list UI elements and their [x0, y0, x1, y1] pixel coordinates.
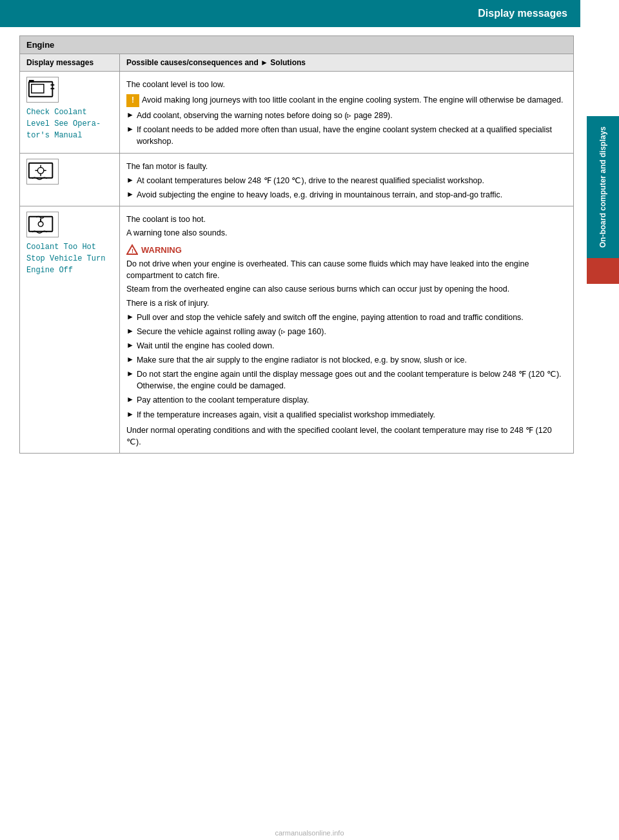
- hot-bullet-text-2: Secure the vehicle against rolling away …: [137, 326, 326, 337]
- hot-coolant-label: Coolant Too HotStop Vehicle TurnEngine O…: [26, 241, 113, 276]
- fan-bullet-1: ► At coolant temperatures below 248 ℉ (1…: [126, 175, 567, 186]
- coolant-warning-text: Avoid making long journeys with too litt…: [142, 94, 563, 106]
- arrow-icon-11: ►: [126, 409, 134, 420]
- arrow-icon-2: ►: [126, 124, 134, 135]
- warning-text-label: WARNING: [141, 245, 182, 255]
- hot-bullet-5: ► Do not start the engine again until th…: [126, 368, 567, 392]
- fan-bullet-text-1: At coolant temperatures below 248 ℉ (120…: [137, 175, 484, 186]
- table-row: The fan motor is faulty. ► At coolant te…: [20, 153, 574, 206]
- hot-intro2: A warning tone also sounds.: [126, 227, 567, 239]
- coolant-bullet-1: ► Add coolant, observing the warning not…: [126, 110, 567, 121]
- coolant-warning-line: ! Avoid making long journeys with too li…: [126, 94, 567, 107]
- table-row: Check CoolantLevel See Opera-tor's Manua…: [20, 72, 574, 154]
- fan-svg: [27, 160, 58, 183]
- coolant-bullet-2: ► If coolant needs to be added more ofte…: [126, 124, 567, 147]
- arrow-icon-1: ►: [126, 110, 134, 121]
- svg-rect-4: [29, 80, 34, 83]
- fan-bullet-text-2: Avoid subjecting the engine to heavy loa…: [137, 189, 502, 201]
- sidebar-tab: On-board computer and displays: [587, 116, 619, 258]
- col-header-row: Display messages Possible causes/consequ…: [20, 54, 574, 72]
- hot-bullet-text-6: Pay attention to the coolant temperature…: [137, 394, 309, 406]
- hot-footer: Under normal operating conditions and wi…: [126, 425, 567, 448]
- hot-bullet-text-3: Wait until the engine has cooled down.: [137, 340, 275, 352]
- sidebar-red-block: [587, 258, 619, 284]
- hot-bullet-4: ► Make sure that the air supply to the e…: [126, 354, 567, 366]
- warning-heading: ! WARNING: [126, 244, 567, 255]
- right-sidebar: On-board computer and displays: [580, 0, 619, 840]
- coolant-bullet-text-1: Add coolant, observing the warning notes…: [137, 110, 393, 121]
- header-bar: Display messages: [0, 0, 619, 27]
- engine-table: Engine Display messages Possible causes/…: [19, 35, 574, 454]
- engine-section-title: Engine: [20, 36, 574, 54]
- arrow-icon-9: ►: [126, 368, 134, 379]
- coolant-intro: The coolant level is too low.: [126, 79, 567, 90]
- svg-text:!: !: [132, 248, 133, 254]
- steam-warning: Steam from the overheated engine can als…: [126, 283, 567, 295]
- table-row: Coolant Too HotStop Vehicle TurnEngine O…: [20, 206, 574, 453]
- causes-cell-2: The fan motor is faulty. ► At coolant te…: [120, 153, 574, 206]
- hot-bullet-text-1: Pull over and stop the vehicle safely an…: [137, 312, 524, 323]
- svg-point-12: [38, 221, 43, 226]
- hot-bullet-2: ► Secure the vehicle against rolling awa…: [126, 326, 567, 337]
- arrow-icon-10: ►: [126, 394, 134, 405]
- fan-motor-icon: [26, 159, 59, 185]
- main-content: Engine Display messages Possible causes/…: [19, 35, 574, 827]
- fan-intro: The fan motor is faulty.: [126, 161, 567, 172]
- sidebar-tab-label: On-board computer and displays: [598, 126, 607, 248]
- arrow-icon-5: ►: [126, 312, 134, 323]
- svg-point-6: [37, 168, 44, 174]
- hot-bullet-text-4: Make sure that the air supply to the eng…: [137, 354, 467, 366]
- engine-header-row: Engine: [20, 36, 574, 54]
- hot-bullet-text-7: If the temperature increases again, visi…: [137, 409, 435, 421]
- arrow-icon-6: ►: [126, 326, 134, 337]
- hot-coolant-svg: [27, 214, 58, 236]
- col1-header: Display messages: [20, 54, 120, 72]
- header-title: Display messages: [478, 8, 567, 19]
- arrow-icon-7: ►: [126, 340, 134, 351]
- display-msg-cell-3: Coolant Too HotStop Vehicle TurnEngine O…: [20, 206, 120, 453]
- coolant-hot-icon: [26, 212, 59, 237]
- hot-bullet-7: ► If the temperature increases again, vi…: [126, 409, 567, 421]
- warning-bang-icon: !: [126, 94, 139, 107]
- hot-bullet-1: ► Pull over and stop the vehicle safely …: [126, 312, 567, 323]
- hot-intro: The coolant is too hot.: [126, 214, 567, 225]
- display-msg-cell-1: Check CoolantLevel See Opera-tor's Manua…: [20, 72, 120, 154]
- causes-cell-3: The coolant is too hot. A warning tone a…: [120, 206, 574, 453]
- warning-body: Do not drive when your engine is overhea…: [126, 258, 567, 281]
- hot-bullet-3: ► Wait until the engine has cooled down.: [126, 340, 567, 352]
- causes-cell-1: The coolant level is too low. ! Avoid ma…: [120, 72, 574, 154]
- fan-bullet-2: ► Avoid subjecting the engine to heavy l…: [126, 189, 567, 201]
- warning-triangle-icon: !: [126, 244, 138, 255]
- arrow-icon-8: ►: [126, 354, 134, 365]
- arrow-icon-4: ►: [126, 189, 134, 200]
- svg-rect-1: [32, 84, 44, 92]
- hot-bullet-6: ► Pay attention to the coolant temperatu…: [126, 394, 567, 406]
- col2-header: Possible causes/consequences and ► Solut…: [120, 54, 574, 72]
- display-msg-cell-2: [20, 153, 120, 206]
- coolant-level-icon: [26, 77, 59, 103]
- coolant-label: Check CoolantLevel See Opera-tor's Manua…: [26, 106, 113, 141]
- coolant-svg: [27, 79, 58, 101]
- arrow-icon-3: ►: [126, 175, 134, 186]
- hot-bullet-text-5: Do not start the engine again until the …: [137, 368, 567, 392]
- coolant-bullet-text-2: If coolant needs to be added more often …: [137, 124, 567, 147]
- watermark: carmanualsonline.info: [275, 829, 344, 837]
- injury-risk: There is a risk of injury.: [126, 297, 567, 309]
